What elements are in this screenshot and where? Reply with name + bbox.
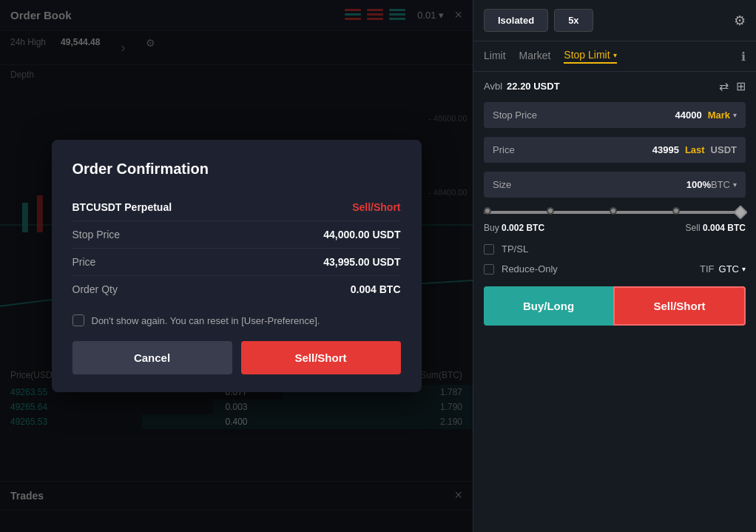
sell-label: Sell 0.004 BTC bbox=[686, 223, 746, 233]
price-label: Price bbox=[493, 144, 652, 155]
slider-dots bbox=[484, 207, 746, 218]
modal-price-label: Price bbox=[72, 256, 96, 268]
calculator-icon[interactable]: ⊞ bbox=[736, 79, 746, 93]
sell-short-button[interactable]: Sell/Short bbox=[241, 341, 401, 374]
tab-stop-limit[interactable]: Stop Limit ▾ bbox=[564, 49, 616, 64]
size-value: 100% bbox=[686, 179, 711, 190]
stop-price-value: 44000 bbox=[675, 110, 701, 121]
buy-value: 0.002 BTC bbox=[502, 223, 544, 233]
modal-overlay: Order Confirmation BTCUSDT Perpetual Sel… bbox=[0, 0, 473, 532]
left-panel: Order Book 0.01 ▾ × 24h High 49,544.48 ›… bbox=[0, 0, 473, 532]
action-buttons: Buy/Long Sell/Short bbox=[484, 286, 746, 326]
stop-price-label: Stop Price bbox=[493, 110, 675, 121]
avbl-row: Avbl 22.20 USDT ⇄ ⊞ bbox=[473, 72, 756, 98]
top-controls: Isolated 5x ⚙ bbox=[473, 0, 756, 41]
slider-row[interactable] bbox=[473, 202, 756, 220]
avbl-value: 22.20 USDT bbox=[507, 81, 560, 92]
gtc-select[interactable]: GTC ▾ bbox=[719, 263, 746, 275]
modal-qty-label: Order Qty bbox=[72, 283, 118, 295]
size-currency-select[interactable]: BTC ▾ bbox=[711, 179, 737, 190]
buy-label: Buy 0.002 BTC bbox=[484, 223, 544, 233]
modal-title: Order Confirmation bbox=[72, 161, 401, 178]
right-panel: Isolated 5x ⚙ Limit Market Stop Limit ▾ … bbox=[473, 0, 756, 532]
modal-stop-price-label: Stop Price bbox=[72, 229, 121, 240]
modal-qty-row: Order Qty 0.004 BTC bbox=[72, 276, 401, 303]
tif-section: TIF GTC ▾ bbox=[700, 263, 746, 275]
stop-price-tag[interactable]: Mark bbox=[708, 110, 730, 121]
avbl-icons: ⇄ ⊞ bbox=[719, 79, 746, 93]
order-tabs: Limit Market Stop Limit ▾ ℹ bbox=[473, 41, 756, 72]
size-input-row[interactable]: Size 100% BTC ▾ bbox=[484, 172, 746, 198]
modal-price-row: Price 43,995.00 USDT bbox=[72, 249, 401, 276]
price-value: 43995 bbox=[652, 144, 679, 155]
order-confirmation-modal: Order Confirmation BTCUSDT Perpetual Sel… bbox=[52, 140, 422, 392]
modal-pair-label: BTCUSDT Perpetual bbox=[72, 201, 172, 213]
slider-dot-0[interactable] bbox=[484, 207, 491, 215]
modal-buttons: Cancel Sell/Short bbox=[72, 341, 401, 374]
buy-sell-info: Buy 0.002 BTC Sell 0.004 BTC bbox=[473, 220, 756, 239]
modal-pair-row: BTCUSDT Perpetual Sell/Short bbox=[72, 194, 401, 221]
slider-track[interactable] bbox=[484, 211, 746, 214]
size-label: Size bbox=[493, 179, 686, 190]
tp-sl-checkbox[interactable] bbox=[484, 244, 494, 255]
sell-value: 0.004 BTC bbox=[703, 223, 746, 233]
tab-limit[interactable]: Limit bbox=[484, 50, 506, 63]
modal-qty-value: 0.004 BTC bbox=[351, 283, 401, 295]
buy-long-button[interactable]: Buy/Long bbox=[484, 286, 613, 326]
modal-side-label: Sell/Short bbox=[352, 201, 400, 213]
dont-show-label: Don't show again. You can reset in [User… bbox=[92, 315, 320, 326]
reduce-only-row: Reduce-Only TIF GTC ▾ bbox=[473, 259, 756, 279]
stop-price-input-row[interactable]: Stop Price 44000 Mark ▾ bbox=[484, 102, 746, 128]
transfer-icon[interactable]: ⇄ bbox=[719, 79, 729, 93]
slider-dot-25[interactable] bbox=[547, 207, 554, 215]
dont-show-checkbox[interactable] bbox=[72, 314, 84, 326]
modal-price-value: 43,995.00 USDT bbox=[323, 256, 400, 268]
cancel-button[interactable]: Cancel bbox=[72, 341, 232, 374]
slider-dot-100[interactable] bbox=[733, 205, 748, 220]
modal-checkbox-row: Don't show again. You can reset in [User… bbox=[72, 303, 401, 338]
price-tag-yellow[interactable]: Last bbox=[685, 144, 705, 155]
tp-sl-row: TP/SL bbox=[473, 239, 756, 259]
tp-sl-label: TP/SL bbox=[502, 243, 528, 255]
sell-short-main-button[interactable]: Sell/Short bbox=[613, 286, 746, 326]
tab-market[interactable]: Market bbox=[519, 50, 551, 63]
price-tag-usdt: USDT bbox=[711, 144, 737, 155]
avbl-label: Avbl bbox=[484, 81, 502, 92]
modal-stop-price-value: 44,000.00 USDT bbox=[323, 229, 400, 240]
reduce-only-label: Reduce-Only bbox=[502, 263, 558, 275]
info-icon[interactable]: ℹ bbox=[741, 50, 746, 64]
isolated-button[interactable]: Isolated bbox=[484, 9, 548, 32]
price-input-row[interactable]: Price 43995 Last USDT bbox=[484, 137, 746, 163]
reduce-only-checkbox[interactable] bbox=[484, 264, 494, 275]
slider-dot-75[interactable] bbox=[672, 207, 680, 215]
tif-label: TIF bbox=[700, 263, 715, 275]
leverage-button[interactable]: 5x bbox=[554, 9, 593, 32]
slider-dot-50[interactable] bbox=[610, 207, 617, 215]
modal-stop-price-row: Stop Price 44,000.00 USDT bbox=[72, 221, 401, 249]
settings-icon[interactable]: ⚙ bbox=[734, 13, 746, 29]
